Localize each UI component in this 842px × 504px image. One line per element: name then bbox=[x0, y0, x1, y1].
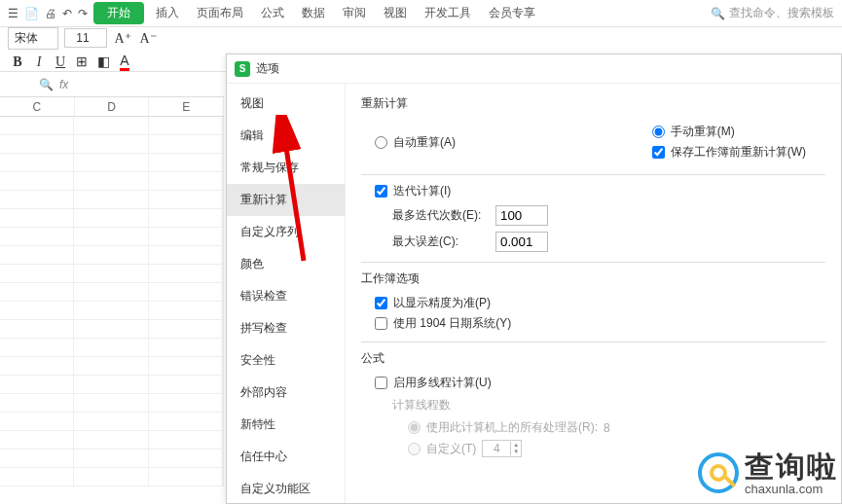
nav-edit[interactable]: 编辑 bbox=[227, 120, 345, 152]
font-color-button[interactable]: A bbox=[115, 53, 134, 72]
spinner-custom-cpu: 4 ▲▼ bbox=[482, 440, 522, 457]
label-manual-recalc: 手动重算(M) bbox=[671, 124, 735, 140]
print-icon[interactable]: 🖨 bbox=[45, 7, 56, 20]
cpu-count: 8 bbox=[604, 421, 610, 435]
options-nav: 视图 编辑 常规与保存 重新计算 自定义序列 颜色 错误检查 拼写检查 安全性 … bbox=[227, 84, 346, 503]
radio-all-cpu bbox=[408, 421, 421, 434]
redo-icon[interactable]: ↷ bbox=[78, 7, 88, 20]
input-max-error[interactable] bbox=[495, 232, 548, 252]
label-iter-calc: 迭代计算(I) bbox=[393, 183, 451, 199]
font-name-select[interactable]: 宋体 bbox=[8, 27, 58, 50]
radio-custom-cpu bbox=[408, 443, 421, 455]
label-auto-recalc: 自动重算(A) bbox=[393, 134, 456, 151]
menu-icon[interactable]: ☰ bbox=[8, 7, 18, 20]
tab-formula[interactable]: 公式 bbox=[255, 2, 290, 24]
tab-page-layout[interactable]: 页面布局 bbox=[191, 2, 249, 24]
label-precision: 以显示精度为准(P) bbox=[393, 295, 491, 311]
spinner-value: 4 bbox=[483, 441, 510, 456]
nav-error-check[interactable]: 错误检查 bbox=[227, 280, 345, 312]
label-save-recalc: 保存工作簿前重新计算(W) bbox=[671, 144, 806, 161]
fx-label: fx bbox=[59, 78, 68, 91]
label-max-iter: 最多迭代次数(E): bbox=[392, 207, 490, 224]
watermark: 查询啦 chaxunla.com bbox=[698, 450, 838, 496]
nav-trust-center[interactable]: 信任中心 bbox=[227, 441, 345, 473]
divider bbox=[361, 262, 825, 263]
label-date1904: 使用 1904 日期系统(Y) bbox=[393, 315, 511, 332]
label-thread-count: 计算线程数 bbox=[392, 397, 451, 414]
spreadsheet-area: 🔍 fx C D E bbox=[0, 72, 224, 504]
tab-insert[interactable]: 插入 bbox=[150, 2, 185, 24]
col-header[interactable]: E bbox=[149, 97, 224, 116]
app-logo-icon: S bbox=[235, 61, 250, 77]
col-header[interactable]: D bbox=[75, 97, 150, 116]
tab-member[interactable]: 会员专享 bbox=[483, 2, 541, 24]
radio-auto-recalc[interactable] bbox=[375, 136, 387, 149]
tab-start[interactable]: 开始 bbox=[93, 2, 144, 24]
checkbox-iter-calc[interactable] bbox=[375, 185, 387, 198]
section-recalc: 重新计算 bbox=[361, 95, 825, 112]
nav-spell-check[interactable]: 拼写检查 bbox=[227, 312, 345, 344]
bold-button[interactable]: B bbox=[8, 53, 27, 72]
checkbox-precision[interactable] bbox=[375, 297, 387, 309]
options-dialog: S 选项 视图 编辑 常规与保存 重新计算 自定义序列 颜色 错误检查 拼写检查… bbox=[226, 54, 842, 504]
label-max-error: 最大误差(C): bbox=[392, 234, 490, 250]
column-headers: C D E bbox=[0, 97, 224, 117]
nav-color[interactable]: 颜色 bbox=[227, 248, 345, 280]
search-box[interactable]: 🔍 查找命令、搜索模板 bbox=[711, 5, 834, 21]
nav-custom-ribbon[interactable]: 自定义功能区 bbox=[227, 473, 345, 504]
section-formula: 公式 bbox=[361, 350, 825, 367]
input-max-iter[interactable] bbox=[495, 205, 548, 226]
divider bbox=[361, 342, 825, 342]
label-multithread: 启用多线程计算(U) bbox=[393, 375, 492, 391]
label-all-cpu: 使用此计算机上的所有处理器(R): bbox=[426, 419, 598, 436]
underline-button[interactable]: U bbox=[51, 53, 70, 72]
checkbox-date1904[interactable] bbox=[375, 317, 387, 330]
nav-general-save[interactable]: 常规与保存 bbox=[227, 152, 345, 184]
watermark-url: chaxunla.com bbox=[745, 483, 838, 496]
dialog-title-text: 选项 bbox=[256, 60, 279, 77]
checkbox-save-recalc[interactable] bbox=[652, 146, 665, 159]
nav-security[interactable]: 安全性 bbox=[227, 344, 345, 377]
grid-rows[interactable] bbox=[0, 117, 224, 486]
nav-external[interactable]: 外部内容 bbox=[227, 377, 345, 409]
nav-view[interactable]: 视图 bbox=[227, 88, 345, 120]
nav-custom-seq[interactable]: 自定义序列 bbox=[227, 216, 345, 248]
tab-data[interactable]: 数据 bbox=[296, 2, 331, 24]
options-content: 重新计算 自动重算(A) 手动重算(M) 保存工作簿前重新计算(W) bbox=[346, 84, 841, 503]
undo-icon[interactable]: ↶ bbox=[62, 7, 72, 20]
nav-new-features[interactable]: 新特性 bbox=[227, 409, 345, 441]
watermark-icon bbox=[698, 452, 739, 493]
increase-font-icon[interactable]: A⁺ bbox=[113, 28, 132, 48]
label-custom-cpu: 自定义(T) bbox=[426, 441, 476, 457]
search-icon: 🔍 bbox=[39, 78, 54, 91]
save-icon[interactable]: 📄 bbox=[24, 7, 39, 20]
search-placeholder: 查找命令、搜索模板 bbox=[729, 5, 834, 21]
col-header[interactable]: C bbox=[0, 97, 75, 116]
italic-button[interactable]: I bbox=[29, 53, 49, 72]
dialog-titlebar: S 选项 bbox=[227, 54, 841, 84]
font-size-select[interactable]: 11 bbox=[64, 28, 107, 48]
fill-color-button[interactable]: ◧ bbox=[93, 53, 113, 72]
radio-manual-recalc[interactable] bbox=[652, 126, 665, 138]
tab-review[interactable]: 审阅 bbox=[337, 2, 372, 24]
decrease-font-icon[interactable]: A⁻ bbox=[138, 28, 158, 48]
watermark-text: 查询啦 bbox=[745, 450, 838, 483]
border-button[interactable]: ⊞ bbox=[72, 53, 92, 72]
tab-view[interactable]: 视图 bbox=[378, 2, 413, 24]
formula-bar[interactable]: 🔍 fx bbox=[0, 72, 224, 97]
search-icon: 🔍 bbox=[711, 7, 725, 20]
divider bbox=[361, 174, 825, 175]
quick-access-toolbar: ☰ 📄 🖨 ↶ ↷ 开始 插入 页面布局 公式 数据 审阅 视图 开发工具 会员… bbox=[0, 0, 842, 27]
section-workbook: 工作簿选项 bbox=[361, 270, 825, 287]
tab-dev-tools[interactable]: 开发工具 bbox=[419, 2, 477, 24]
nav-recalc[interactable]: 重新计算 bbox=[227, 184, 345, 216]
checkbox-multithread[interactable] bbox=[375, 377, 387, 389]
